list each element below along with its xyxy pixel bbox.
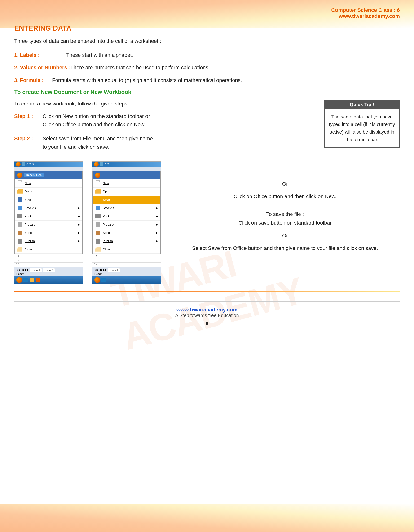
header-block: Computer Science Class : 6 www.tiwariaca… [14, 7, 400, 19]
ss1-item-new[interactable]: New [15, 179, 82, 188]
ss2-open-icon [95, 189, 101, 194]
explanation-line2: Click on save button on standard toolbar [170, 218, 400, 227]
quick-tip-header: Quick Tip ! [325, 100, 399, 109]
ss2-menu-content: New Open Save Save As ▶ P [93, 171, 161, 254]
footer-url: www.tiwariacademy.com [14, 307, 400, 313]
ss2-ie-icon[interactable] [101, 278, 106, 282]
step-1-label: Step 1 : [14, 112, 43, 129]
ss2-item-new[interactable]: New [93, 179, 160, 188]
ss2-item-prepare[interactable]: Prepare ▶ [93, 221, 160, 229]
page-number: 6 [14, 321, 400, 327]
ss1-rows: 15 16 17 [14, 254, 83, 267]
ss2-saveas-icon [95, 205, 101, 211]
ss1-sheet1-tab[interactable]: Sheet1 [29, 268, 42, 272]
ss2-item-close[interactable]: Close [93, 246, 160, 254]
ss2-item-send[interactable]: Send ▶ [93, 229, 160, 237]
header-url: www.tiwariacademy.com [14, 13, 400, 19]
save-intro: To save the file : [170, 210, 400, 218]
ss1-print-label: Print [25, 214, 31, 218]
ss1-bottom-bar: ◀◀◀▶▶▶ Sheet1 Sheet2 Ready [14, 267, 83, 276]
ss2-print-icon [95, 214, 101, 219]
ss1-item-saveas[interactable]: Save As ▶ [15, 204, 82, 212]
list-item-1: 1. Labels : These start with an alphabet… [14, 51, 400, 59]
ss1-folder-icon[interactable] [29, 278, 34, 282]
ss1-item-publish[interactable]: Publish ▶ [15, 237, 82, 246]
ss1-open-label: Open [25, 190, 32, 193]
list-item-1-number: 1. Labels : [14, 51, 66, 59]
ss2-item-saveas[interactable]: Save As ▶ [93, 204, 160, 212]
ss2-close-label: Close [103, 247, 110, 251]
ss1-open-icon [17, 189, 23, 194]
ss1-item-close[interactable]: Close [15, 246, 82, 254]
bottom-hr [14, 291, 400, 292]
screenshot-2: ↶ ↷ New Open [92, 162, 161, 284]
ss2-row-15: 15 [93, 254, 161, 258]
ss1-row-17: 17 [14, 263, 83, 267]
steps-left: To create a new workbook, follow the giv… [14, 100, 315, 157]
ss2-start-button[interactable] [94, 277, 100, 283]
ss2-prepare-icon [95, 222, 101, 228]
ss2-sheet1-tab[interactable]: Sheet1 [108, 268, 120, 272]
ss2-rows: 15 16 17 [93, 254, 161, 267]
ss1-recent-doc: Recent Doc [24, 173, 44, 177]
step-2: Step 2 : Select save from File menu and … [14, 134, 315, 151]
list-item-3: 3. Formula : Formula starts with an equa… [14, 76, 400, 85]
list-item-2-number: 2. Values or Numbers : [14, 63, 70, 72]
ss1-item-print[interactable]: Print ▶ [15, 212, 82, 221]
ss1-close-label: Close [25, 247, 32, 251]
ss2-close-icon [95, 247, 101, 252]
list-item-2-text: There are numbers that can be used to pe… [70, 63, 210, 72]
ss1-excel-icon[interactable] [36, 278, 40, 282]
ss1-ie-icon[interactable] [23, 278, 28, 282]
ss2-new-icon [95, 180, 101, 186]
ss1-menu-header: Recent Doc [15, 171, 82, 179]
ss1-save-label: Save [25, 198, 32, 201]
ss2-new-label: New [103, 181, 109, 185]
new-workbook-intro: To create a new workbook, follow the giv… [14, 100, 315, 108]
ss2-send-icon [95, 230, 101, 236]
ss2-item-publish[interactable]: Publish ▶ [93, 237, 160, 246]
ss1-row-15: 15 [14, 254, 83, 258]
ss2-publish-label: Publish [103, 239, 113, 243]
ss2-save-icon [100, 162, 103, 166]
ss1-menu-wrapper: Recent Doc New Open Save [14, 171, 83, 254]
screenshots-row: ↶ ↷ ▼ Recent Doc New [14, 162, 400, 284]
ss1-print-icon [17, 214, 23, 219]
ss2-item-print[interactable]: Print ▶ [93, 212, 160, 221]
ss1-nav-buttons: ◀◀◀▶▶▶ Sheet1 Sheet2 [16, 268, 81, 272]
ss2-row-16: 16 [93, 258, 161, 263]
ss1-publish-label: Publish [25, 239, 35, 243]
step-2-label: Step 2 : [14, 134, 43, 151]
ss2-item-open[interactable]: Open [93, 188, 160, 196]
ss2-item-save[interactable]: Save [93, 196, 160, 204]
ss1-saveas-icon [17, 205, 23, 211]
ss1-item-open[interactable]: Open [15, 188, 82, 196]
explanation-line1: Click on Office button and then click on… [170, 192, 400, 201]
header-title: Computer Science Class : 6 [14, 7, 400, 13]
ss2-taskbar [93, 276, 161, 284]
quick-tip-body: The same data that you have typed into a… [325, 109, 399, 147]
ss1-item-send[interactable]: Send ▶ [15, 229, 82, 237]
ss2-nav-buttons: ◀◀◀▶▶▶ Sheet1 [94, 268, 159, 272]
ss2-title-text: ↶ ↷ [104, 163, 159, 166]
footer-tagline: A Step towards free Education [14, 313, 400, 318]
list-item-2: 2. Values or Numbers : There are numbers… [14, 63, 400, 72]
ss1-prepare-icon [17, 222, 23, 228]
ss1-title-text: ↶ ↷ ▼ [26, 163, 81, 166]
ss1-start-button[interactable] [16, 277, 22, 283]
ss1-item-prepare[interactable]: Prepare ▶ [15, 221, 82, 229]
explanation-right: Or Click on Office button and then click… [170, 162, 400, 253]
ss1-ribbon [14, 167, 83, 171]
steps-container: To create a new workbook, follow the giv… [14, 100, 400, 157]
ss1-item-save[interactable]: Save [15, 196, 82, 204]
ss2-send-label: Send [103, 231, 110, 235]
ss1-header-icon [17, 173, 22, 178]
quick-tip-box: Quick Tip ! The same data that you have … [324, 100, 400, 148]
ss1-publish-icon [17, 238, 23, 244]
or-text-1: Or [170, 180, 400, 188]
ss2-row-17: 17 [93, 263, 161, 267]
ss2-open-label: Open [103, 190, 110, 193]
list-item-1-text: These start with an alphabet. [66, 51, 133, 59]
ss1-menu-content: Recent Doc New Open Save [14, 171, 83, 254]
ss1-sheet2-tab[interactable]: Sheet2 [43, 268, 55, 272]
